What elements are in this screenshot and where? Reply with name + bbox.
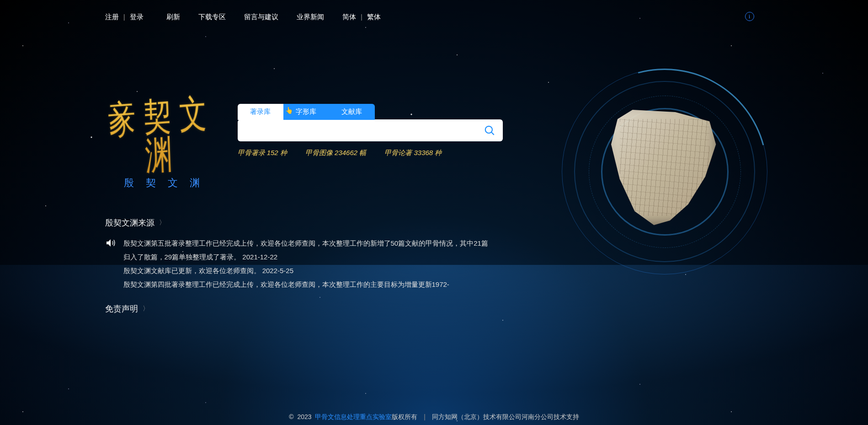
footer-year: 2023 [297, 413, 311, 420]
sections: 殷契文渊来源 〉 殷契文渊第五批著录整理工作已经完成上传，欢迎各位老师查阅，本次… [105, 217, 489, 314]
news-line[interactable]: 殷契文渊第五批著录整理工作已经完成上传，欢迎各位老师查阅，本次整理工作的新增了5… [123, 237, 489, 264]
nav-feedback[interactable]: 留言与建议 [244, 13, 278, 22]
stat-label: 甲骨论著 [384, 149, 412, 156]
nav-news[interactable]: 业界新闻 [297, 13, 324, 22]
tab-glyph-label: 字形库 [296, 108, 316, 115]
logo-text: 殷契文渊 [105, 176, 219, 190]
disclaimer-section-title[interactable]: 免责声明 〉 [105, 303, 489, 314]
stat-label: 甲骨著录 [238, 149, 265, 156]
stats-row: 甲骨著录 152 种 甲骨图像 234662 幅 甲骨论著 33368 种 [238, 149, 503, 157]
footer-rights: 版权所有 [392, 413, 417, 420]
separator: | [424, 413, 426, 420]
main-row: 豙契文渊 殷契文渊 著录库 👆 字形库 文献库 [105, 104, 763, 190]
auth-links: 注册 | 登录 [105, 13, 144, 22]
source-section-title[interactable]: 殷契文渊来源 〉 [105, 217, 489, 228]
nav-download[interactable]: 下载专区 [198, 13, 226, 22]
pointer-cursor-icon: 👆 [285, 107, 293, 114]
search-button[interactable] [483, 124, 496, 137]
news-line[interactable]: 殷契文渊文献库已更新，欢迎各位老师查阅。 2022-5-25 [123, 264, 489, 278]
footer: © 2023 甲骨文信息处理重点实验室版权所有 | 同方知网（北京）技术有限公司… [0, 413, 868, 421]
disclaimer-title-text: 免责声明 [105, 303, 138, 314]
nav-refresh[interactable]: 刷新 [166, 13, 180, 22]
news-block: 殷契文渊第五批著录整理工作已经完成上传，欢迎各位老师查阅，本次整理工作的新增了5… [105, 237, 489, 291]
stat-images: 甲骨图像 234662 幅 [305, 149, 366, 157]
register-link[interactable]: 注册 [105, 13, 119, 21]
speaker-icon [105, 237, 116, 248]
logo-glyphs: 豙契文渊 [104, 93, 221, 178]
page-container: 注册 | 登录 刷新 下载专区 留言与建议 业界新闻 简体 | 繁体 i 豙契文… [87, 0, 782, 314]
lang-traditional[interactable]: 繁体 [367, 13, 381, 21]
search-input[interactable] [244, 126, 483, 134]
chevron-right-icon: 〉 [159, 219, 165, 227]
tab-catalog[interactable]: 著录库 [238, 104, 283, 120]
site-logo: 豙契文渊 殷契文渊 [105, 104, 219, 190]
search-column: 著录库 👆 字形库 文献库 甲骨著录 15 [238, 104, 503, 157]
news-lines: 殷契文渊第五批著录整理工作已经完成上传，欢迎各位老师查阅，本次整理工作的新增了5… [123, 237, 489, 291]
stat-papers: 甲骨论著 33368 种 [384, 149, 442, 157]
separator: | [123, 13, 125, 21]
search-icon [484, 124, 495, 136]
search-tabs: 著录库 👆 字形库 文献库 [238, 104, 375, 120]
svg-line-1 [491, 132, 494, 134]
top-nav: 注册 | 登录 刷新 下载专区 留言与建议 业界新闻 简体 | 繁体 [105, 0, 763, 22]
tab-glyph[interactable]: 👆 字形库 [283, 104, 329, 120]
stat-label: 甲骨图像 [305, 149, 333, 156]
info-icon[interactable]: i [745, 12, 754, 21]
stat-catalog: 甲骨著录 152 种 [238, 149, 287, 157]
login-link[interactable]: 登录 [130, 13, 144, 21]
source-title-text: 殷契文渊来源 [105, 217, 154, 228]
stat-value: 152 种 [267, 149, 287, 156]
copyright-symbol: © [289, 413, 293, 420]
footer-lab-link[interactable]: 甲骨文信息处理重点实验室 [315, 413, 392, 420]
svg-point-0 [485, 126, 492, 133]
search-box [238, 119, 503, 141]
stat-value: 234662 幅 [335, 149, 366, 156]
lang-switch: 简体 | 繁体 [342, 13, 381, 22]
separator: | [361, 13, 362, 21]
stat-value: 33368 种 [414, 149, 442, 156]
news-line[interactable]: 殷契文渊第四批著录整理工作已经完成上传，欢迎各位老师查阅，本次整理工作的主要目标… [123, 278, 489, 291]
chevron-right-icon: 〉 [143, 305, 149, 313]
tab-literature[interactable]: 文献库 [329, 104, 375, 120]
footer-support: 同方知网（北京）技术有限公司河南分公司技术支持 [432, 413, 579, 420]
lang-simplified[interactable]: 简体 [342, 13, 356, 21]
